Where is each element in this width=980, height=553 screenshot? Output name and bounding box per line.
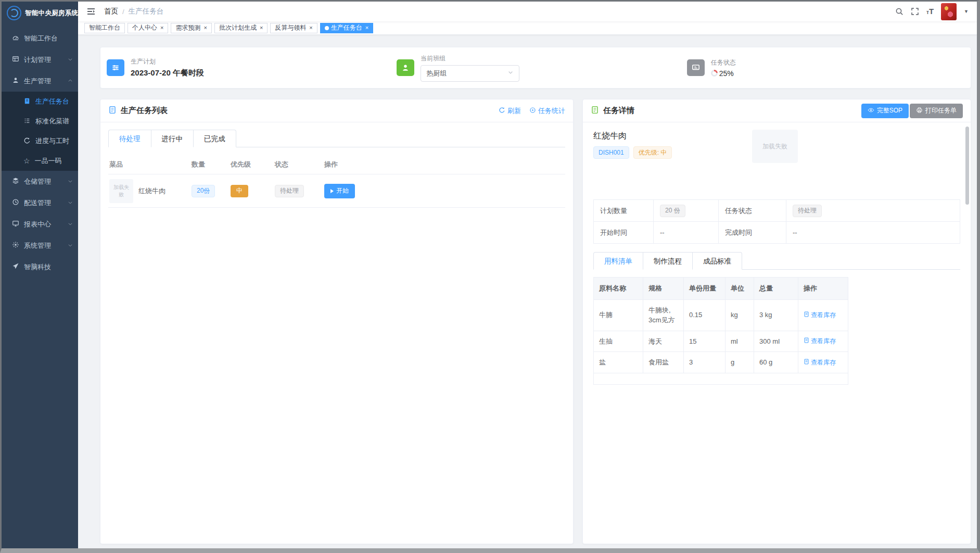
ingredient-total: 60 g [754, 352, 798, 373]
chevron-down-icon [68, 199, 73, 207]
team-select[interactable]: 热厨组 [421, 65, 519, 82]
sidebar-item-system-management[interactable]: 系统管理 [2, 235, 78, 256]
qty-tag: 20份 [192, 185, 215, 197]
task-stats-button[interactable]: 任务统计 [529, 106, 565, 116]
sidebar-item-plan-management[interactable]: 计划管理 [2, 49, 78, 70]
ingredient-spec: 海天 [643, 331, 684, 353]
tag-label: 智能工作台 [89, 23, 120, 32]
sidebar-item-delivery-management[interactable]: 配送管理 [2, 192, 78, 213]
app-window: 智能中央厨房系统 智能工作台 计划管理 生产管理 生产任务台 [0, 0, 980, 553]
sidebar-item-smart-workbench[interactable]: 智能工作台 [2, 28, 78, 49]
sidebar-item-standard-recipes[interactable]: 标准化菜谱 [2, 111, 78, 131]
tag-back-calc[interactable]: 反算与领料 × [270, 23, 317, 33]
sidebar-item-zhinao-tech[interactable]: 智脑科技 [2, 256, 78, 278]
table-row: 牛腩 牛腩块, 3cm见方 0.15 kg 3 kg 查看库存 [594, 300, 848, 331]
tag-smart-workbench[interactable]: 智能工作台 [84, 23, 125, 33]
tab-in-progress[interactable]: 进行中 [151, 130, 194, 147]
sidebar-collapse-icon[interactable] [86, 7, 96, 16]
chevron-down-icon [68, 220, 73, 228]
tag-batch-plan[interactable]: 批次计划生成 × [214, 23, 268, 33]
start-button[interactable]: 开始 [324, 184, 355, 198]
tab-ingredients[interactable]: 用料清单 [593, 252, 643, 270]
monitor-icon [12, 220, 19, 229]
close-icon[interactable]: × [160, 25, 163, 31]
search-icon[interactable] [895, 7, 903, 16]
sidebar-item-label: 智能工作台 [24, 34, 74, 43]
clock-icon [12, 198, 19, 207]
tab-completed[interactable]: 已完成 [194, 130, 236, 147]
ingredient-name: 牛腩 [594, 300, 643, 331]
view-stock-link[interactable]: 查看库存 [804, 358, 836, 367]
task-list-body: 待处理 进行中 已完成 菜品 数量 优先级 状态 操作 [100, 122, 573, 544]
scrollbar-thumb[interactable] [965, 127, 969, 205]
col-priority: 优先级 [231, 160, 275, 169]
sidebar-item-one-item-one-code[interactable]: ☆ 一品一码 [2, 151, 78, 171]
tag-demand-forecast[interactable]: 需求预测 × [171, 23, 211, 33]
team-label: 当前班组 [421, 54, 519, 63]
printer-icon [916, 107, 923, 115]
refresh-button[interactable]: 刷新 [499, 106, 521, 116]
priority-cell: 中 [231, 185, 275, 197]
plan-icon [12, 55, 19, 64]
task-detail-header: 任务详情 完整SOP 打印任务单 [583, 99, 971, 122]
avatar[interactable] [941, 3, 957, 20]
sidebar-item-report-center[interactable]: 报表中心 [2, 213, 78, 235]
plan-value: 2023-07-20 午餐时段 [131, 68, 204, 78]
app-title: 智能中央厨房系统 [25, 9, 78, 18]
table-row[interactable]: 加载失败 红烧牛肉 20份 中 待处理 [108, 174, 565, 208]
close-icon[interactable]: × [260, 25, 263, 31]
breadcrumb-current: 生产任务台 [129, 7, 164, 16]
sidebar-item-label: 仓储管理 [24, 177, 63, 186]
qty-cell: 20份 [192, 185, 231, 197]
close-icon[interactable]: × [309, 25, 312, 31]
full-sop-button[interactable]: 完整SOP [861, 104, 909, 118]
tab-pending[interactable]: 待处理 [108, 130, 151, 147]
view-stock-link[interactable]: 查看库存 [804, 310, 836, 320]
overview-card: 生产计划 2023-07-20 午餐时段 当前班组 热厨组 [100, 47, 971, 89]
status-value-row: 25% [711, 69, 736, 78]
sidebar-item-label: 一品一码 [35, 156, 62, 166]
view-stock-link[interactable]: 查看库存 [804, 336, 836, 346]
ingredient-spec: 牛腩块, 3cm见方 [643, 300, 684, 331]
sidebar-item-production-task-board[interactable]: 生产任务台 [2, 92, 78, 111]
overview-team-text: 当前班组 热厨组 [421, 54, 519, 82]
font-size-icon[interactable]: тT [926, 7, 934, 16]
document-icon [804, 310, 809, 320]
breadcrumb-home[interactable]: 首页 [104, 7, 118, 16]
sidebar-item-label: 生产任务台 [35, 97, 69, 106]
tag-production-task-board[interactable]: 生产任务台 × [320, 23, 373, 33]
tag-label: 需求预测 [175, 23, 200, 32]
data-board-icon [687, 59, 705, 76]
eye-icon [868, 107, 874, 115]
fullscreen-icon[interactable] [911, 7, 919, 16]
close-icon[interactable]: × [203, 25, 207, 31]
caret-down-icon[interactable]: ▼ [964, 9, 969, 14]
task-list-header: 生产任务列表 刷新 任务统计 [100, 99, 573, 122]
overview-plan: 生产计划 2023-07-20 午餐时段 [100, 47, 390, 88]
main-area: 首页 / 生产任务台 тT ▼ 智能工作台 个人中心 × 需求预测 [78, 2, 977, 548]
chevron-up-icon [68, 77, 73, 85]
app-logo: 智能中央厨房系统 [2, 2, 78, 23]
print-task-button[interactable]: 打印任务单 [910, 104, 963, 118]
action-cell: 查看库存 [798, 300, 848, 331]
sidebar-item-warehouse-management[interactable]: 仓储管理 [2, 171, 78, 192]
ingredient-per: 0.15 [684, 300, 726, 331]
sidebar-item-production-management[interactable]: 生产管理 [2, 70, 78, 92]
tab-product-standard[interactable]: 成品标准 [693, 252, 742, 270]
col-qty: 数量 [192, 160, 231, 169]
topbar-actions: тT ▼ [895, 3, 969, 20]
col-total: 总量 [754, 278, 798, 300]
start-time-value: -- [654, 222, 719, 244]
print-task-label: 打印任务单 [925, 106, 957, 115]
ingredient-unit: ml [726, 331, 754, 353]
tag-personal-center[interactable]: 个人中心 × [128, 23, 168, 33]
document-icon [591, 106, 599, 116]
ingredients-table: 原料名称 规格 单份用量 单位 总量 操作 牛腩 牛腩块, 3cm见方 0.15 [593, 277, 848, 385]
sidebar-item-label: 报表中心 [24, 220, 63, 229]
col-status: 状态 [275, 160, 324, 169]
plan-qty-label: 计划数量 [594, 200, 654, 222]
close-icon[interactable]: × [365, 25, 368, 31]
tab-process[interactable]: 制作流程 [643, 252, 693, 270]
sidebar-item-progress-hours[interactable]: 进度与工时 [2, 131, 78, 151]
finish-time-value: -- [786, 222, 960, 244]
